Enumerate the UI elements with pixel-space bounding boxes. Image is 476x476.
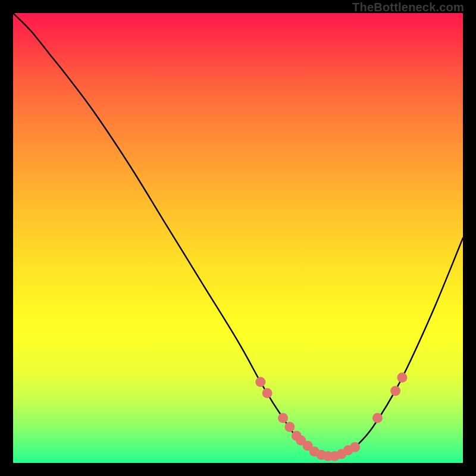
curve-marker (390, 386, 400, 396)
curve-marker (284, 422, 295, 432)
curve-marker (278, 413, 288, 423)
curve-marker (397, 372, 407, 383)
attribution-text: TheBottleneck.com (352, 1, 464, 14)
curve-markers (255, 372, 407, 461)
plot-area (13, 13, 463, 463)
curve-layer (13, 13, 463, 463)
curve-marker (262, 388, 273, 398)
curve-marker (372, 413, 383, 423)
curve-marker (255, 377, 265, 387)
curve-marker (350, 442, 360, 452)
